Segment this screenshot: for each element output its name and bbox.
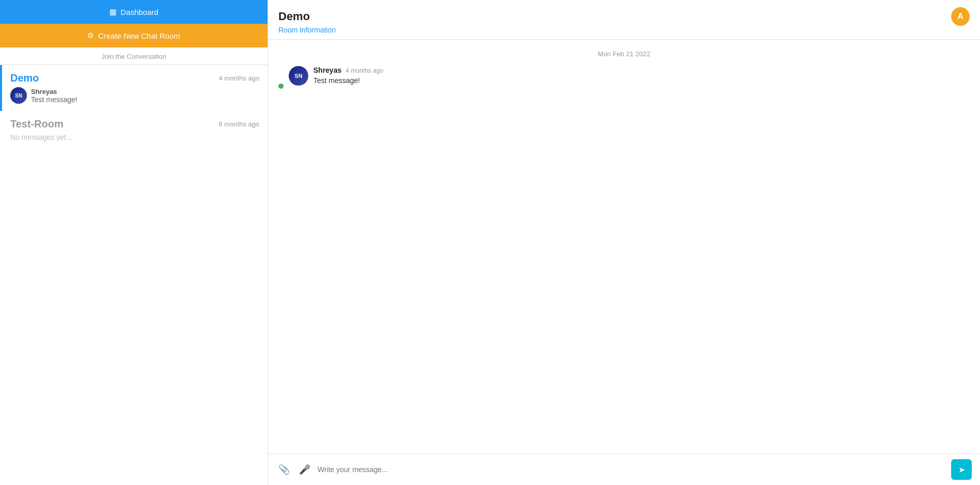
send-button[interactable]: ➤ — [951, 459, 972, 480]
room-name-demo: Demo — [10, 72, 39, 84]
room-no-messages-test-room: No messages yet... — [10, 133, 259, 141]
room-item-demo[interactable]: Demo 4 months ago SN Shreyas Test messag… — [0, 65, 268, 111]
chat-input-bar: 📎 🎤 ➤ — [268, 454, 980, 485]
create-room-label: Create New Chat Room — [98, 31, 180, 40]
attachment-icon: 📎 — [278, 464, 290, 475]
room-list: Demo 4 months ago SN Shreyas Test messag… — [0, 65, 268, 485]
message-input[interactable] — [318, 465, 946, 474]
dashboard-label: Dashboard — [121, 8, 158, 17]
date-divider: Mon Feb 21 2022 — [278, 50, 970, 58]
message-author: Shreyas — [313, 66, 341, 74]
user-avatar: A — [951, 7, 970, 26]
dashboard-icon: ▦ — [109, 7, 117, 17]
message-content: Shreyas 4 months ago Test message! — [313, 66, 383, 85]
room-name-test-room: Test-Room — [10, 118, 63, 130]
attachment-button[interactable]: 📎 — [276, 462, 292, 477]
microphone-button[interactable]: 🎤 — [297, 462, 312, 477]
online-status-dot — [278, 84, 284, 89]
room-time-demo: 4 months ago — [219, 74, 259, 82]
avatar-shreyas-sidebar: SN — [10, 87, 27, 104]
user-avatar-letter: A — [957, 12, 964, 21]
dashboard-button[interactable]: ▦ Dashboard — [0, 0, 268, 24]
message-avatar-shreyas: SN — [289, 66, 308, 86]
microphone-icon: 🎤 — [299, 464, 310, 475]
create-room-button[interactable]: ⚙ Create New Chat Room — [0, 24, 268, 47]
chat-body: Mon Feb 21 2022 SN Shreyas 4 months ago … — [268, 40, 980, 454]
message-row: SN Shreyas 4 months ago Test message! — [278, 66, 970, 89]
chat-title: Demo — [278, 10, 310, 23]
room-preview-author-demo: Shreyas — [31, 88, 77, 95]
room-time-test-room: 8 months ago — [219, 120, 259, 128]
chat-header: Demo A Room Information — [268, 0, 980, 40]
room-item-test-room[interactable]: Test-Room 8 months ago No messages yet..… — [0, 111, 268, 149]
message-text: Test message! — [313, 76, 383, 85]
send-icon: ➤ — [958, 465, 965, 475]
chat-area: Demo A Room Information Mon Feb 21 2022 … — [268, 0, 980, 485]
sidebar: ▦ Dashboard ⚙ Create New Chat Room Join … — [0, 0, 268, 485]
room-information-link[interactable]: Room Information — [278, 26, 970, 34]
sidebar-subtitle: Join the Conversation — [0, 47, 268, 65]
create-room-icon: ⚙ — [87, 31, 94, 40]
room-preview-message-demo: Test message! — [31, 95, 77, 104]
message-time: 4 months ago — [345, 67, 383, 74]
